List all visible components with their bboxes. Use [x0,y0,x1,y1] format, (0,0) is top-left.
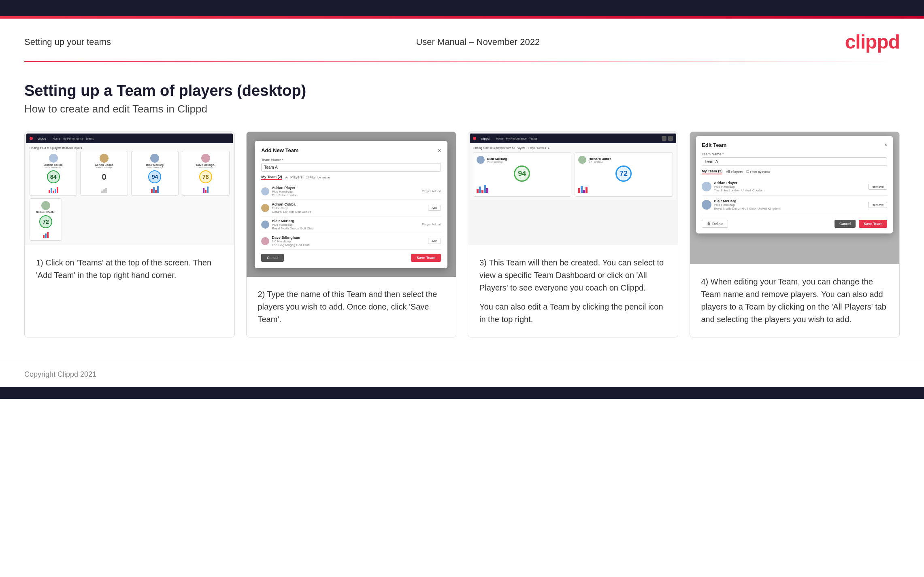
card-1-text: 1) Click on 'Teams' at the top of the sc… [25,245,234,337]
player-info-4: Dave Billingham 3.6 HandicapThe Gog Mago… [272,235,426,247]
avatar-1 [261,187,269,195]
add-player-button-4[interactable]: Add [428,238,441,244]
delete-button[interactable]: 🗑 Delete [702,220,728,228]
player-club-4: 3.6 HandicapThe Gog Magog Golf Club [272,240,426,247]
footer: Copyright Clippd 2021 [0,362,924,387]
cancel-button[interactable]: Cancel [261,254,284,262]
ss1-body: Finding 4 out of 4 players from All Play… [26,143,233,245]
edit-cancel-button[interactable]: Cancel [835,220,856,228]
trash-icon: 🗑 [707,222,711,226]
team-name-label: Team Name * [261,158,441,162]
ss1-dot [30,137,33,140]
edit-team-name-input[interactable] [702,157,887,166]
page-title: Setting up a Team of players (desktop) [24,82,900,100]
screenshot-2: Add New Team × Team Name * My Team (2) A… [247,132,456,277]
player-club-3: Plus HandicapRoyal North Devon Golf Club [272,223,419,230]
ss3-player-1: Blair McHarg Plus Handicap 94 [473,152,571,197]
modal-header: Add New Team × [261,147,441,154]
card-2: Add New Team × Team Name * My Team (2) A… [246,132,457,337]
edit-modal-header: Edit Team × [702,142,887,148]
header: Setting up your teams User Manual – Nove… [0,19,924,61]
add-player-button-2[interactable]: Add [428,205,441,211]
tab-all-players[interactable]: All Players [285,175,303,179]
ss3-body: Finding 4 out of 4 players from All Play… [470,143,676,200]
player-name-1: Adrian Player [272,186,419,190]
edit-avatar-2 [702,200,711,210]
page-subtitle: How to create and edit Teams in Clippd [24,103,900,115]
modal-title: Add New Team [261,147,298,153]
edit-team-modal: Edit Team × Team Name * My Team (2) All … [696,136,893,233]
card-1: clippd Home My Performance Teams Finding… [24,132,235,337]
remove-player-button-2[interactable]: Remove [868,202,888,208]
player-row-1: Adrian Player Plus HandicapThe Shire Lon… [261,183,441,200]
edit-filter-label: ☐ Filter by name [746,170,771,174]
player-added-badge-3: Player Added [422,223,441,226]
card-4: Edit Team × Team Name * My Team (2) All … [690,132,900,337]
player-name-4: Dave Billingham [272,235,426,240]
team-name-input[interactable] [261,163,441,172]
player-info-2: Adrian Coliba 1 HandicapCentral London G… [272,202,426,214]
modal-tabs: My Team (2) All Players ☐ Filter by name [261,175,441,180]
edit-modal-close-icon[interactable]: × [884,142,887,148]
remove-player-button-1[interactable]: Remove [868,184,888,190]
player-row-3: Blair McHarg Plus HandicapRoyal North De… [261,216,441,233]
player-info-1: Adrian Player Plus HandicapThe Shire Lon… [272,186,419,197]
edit-avatar-1 [702,182,711,191]
player-row-2: Adrian Coliba 1 HandicapCentral London G… [261,200,441,216]
clippd-logo: clippd [845,31,900,53]
edit-player-info-2: Blair McHarg Plus HandicapRoyal North De… [714,199,866,210]
edit-modal-footer: 🗑 Delete Cancel Save Team [702,220,887,228]
modal-footer: Cancel Save Team [261,254,441,262]
edit-player-club-1: Plus HandicapThe Shire London, United Ki… [714,185,866,192]
player-name-3: Blair McHarg [272,219,419,223]
edit-player-club-2: Plus HandicapRoyal North Devon Golf Club… [714,203,866,210]
card-4-text: 4) When editing your Team, you can chang… [690,264,900,337]
player-added-badge-1: Player Added [422,189,441,193]
edit-player-info-1: Adrian Player Plus HandicapThe Shire Lon… [714,181,866,192]
player-info-3: Blair McHarg Plus HandicapRoyal North De… [272,219,419,230]
screenshot-3: clippd Home My Performance Teams Finding… [468,132,678,245]
add-team-modal: Add New Team × Team Name * My Team (2) A… [255,141,447,268]
player-row-4: Dave Billingham 3.6 HandicapThe Gog Mago… [261,233,441,250]
player-name-2: Adrian Coliba [272,202,426,206]
filter-label: ☐ Filter by name [306,176,330,179]
card-2-text: 2) Type the name of this Team and then s… [247,277,456,337]
ss3-dot [473,137,476,140]
ss1-titlebar: clippd Home My Performance Teams [26,134,233,143]
screenshot-1: clippd Home My Performance Teams Finding… [25,132,234,245]
header-section-label: Setting up your teams [24,37,111,47]
top-bar [0,0,924,16]
edit-tab-all-players[interactable]: All Players [726,170,743,174]
edit-tab-my-team[interactable]: My Team (2) [702,169,722,174]
edit-player-name-1: Adrian Player [714,181,866,185]
save-team-button[interactable]: Save Team [411,254,441,262]
edit-team-name-label: Team Name * [702,152,887,156]
card-3: clippd Home My Performance Teams Finding… [468,132,678,337]
edit-player-name-2: Blair McHarg [714,199,866,203]
avatar-2 [261,204,269,212]
screenshot-4: Edit Team × Team Name * My Team (2) All … [690,132,900,264]
ss3-titlebar: clippd Home My Performance Teams [470,134,676,143]
copyright-text: Copyright Clippd 2021 [24,370,96,378]
avatar-4 [261,237,269,245]
edit-player-row-2: Blair McHarg Plus HandicapRoyal North De… [702,196,887,214]
avatar-3 [261,221,269,229]
cards-container: clippd Home My Performance Teams Finding… [0,127,924,362]
tab-my-team[interactable]: My Team (2) [261,175,282,180]
card-3-text: 3) This Team will then be created. You c… [468,245,678,337]
edit-save-team-button[interactable]: Save Team [859,220,887,228]
player-club-1: Plus HandicapThe Shire London [272,190,419,197]
page-title-section: Setting up a Team of players (desktop) H… [0,62,924,127]
bottom-bar [0,387,924,399]
ss3-player-2: Richard Butler 3.4 Handicap 72 [575,152,673,197]
edit-modal-title: Edit Team [702,142,726,148]
edit-modal-tabs: My Team (2) All Players ☐ Filter by name [702,169,887,174]
player-club-2: 1 HandicapCentral London Golf Centre [272,206,426,214]
header-manual-title: User Manual – November 2022 [416,37,540,47]
modal-close-icon[interactable]: × [438,147,441,154]
edit-player-row-1: Adrian Player Plus HandicapThe Shire Lon… [702,178,887,196]
edit-action-buttons: Cancel Save Team [835,220,887,228]
